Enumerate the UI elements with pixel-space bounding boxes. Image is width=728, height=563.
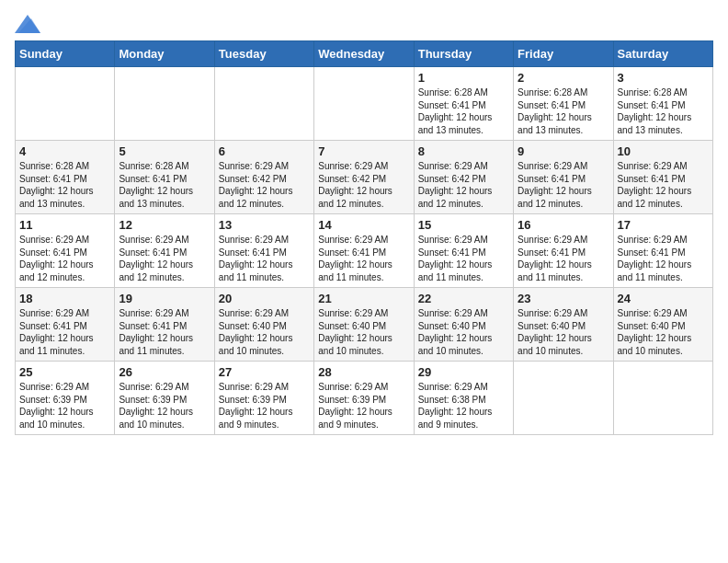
day-number: 10 bbox=[618, 144, 709, 158]
cell-content: Sunrise: 6:29 AM Sunset: 6:39 PM Dayligh… bbox=[219, 381, 310, 431]
calendar-cell: 1Sunrise: 6:28 AM Sunset: 6:41 PM Daylig… bbox=[414, 67, 513, 141]
day-number: 26 bbox=[119, 365, 210, 379]
cell-content: Sunrise: 6:29 AM Sunset: 6:41 PM Dayligh… bbox=[618, 234, 709, 283]
calendar-cell: 9Sunrise: 6:29 AM Sunset: 6:41 PM Daylig… bbox=[514, 141, 613, 214]
cell-content: Sunrise: 6:29 AM Sunset: 6:41 PM Dayligh… bbox=[119, 234, 210, 283]
cell-content: Sunrise: 6:29 AM Sunset: 6:42 PM Dayligh… bbox=[418, 160, 509, 210]
calendar-cell: 4Sunrise: 6:28 AM Sunset: 6:41 PM Daylig… bbox=[16, 141, 115, 214]
day-number: 15 bbox=[418, 218, 509, 232]
calendar-header-row: SundayMondayTuesdayWednesdayThursdayFrid… bbox=[16, 41, 713, 67]
cell-content: Sunrise: 6:29 AM Sunset: 6:39 PM Dayligh… bbox=[318, 381, 409, 431]
calendar-cell: 6Sunrise: 6:29 AM Sunset: 6:42 PM Daylig… bbox=[214, 141, 313, 214]
cell-content: Sunrise: 6:29 AM Sunset: 6:41 PM Dayligh… bbox=[119, 307, 210, 357]
day-number: 2 bbox=[518, 71, 609, 85]
calendar-cell: 15Sunrise: 6:29 AM Sunset: 6:41 PM Dayli… bbox=[414, 214, 513, 288]
day-number: 12 bbox=[119, 218, 210, 232]
calendar-cell: 28Sunrise: 6:29 AM Sunset: 6:39 PM Dayli… bbox=[314, 362, 414, 435]
calendar-table: SundayMondayTuesdayWednesdayThursdayFrid… bbox=[15, 40, 713, 435]
calendar-week-row: 11Sunrise: 6:29 AM Sunset: 6:41 PM Dayli… bbox=[16, 214, 713, 288]
calendar-cell: 11Sunrise: 6:29 AM Sunset: 6:41 PM Dayli… bbox=[16, 214, 115, 288]
day-number: 21 bbox=[318, 292, 409, 305]
day-number: 16 bbox=[518, 218, 609, 232]
calendar-cell: 29Sunrise: 6:29 AM Sunset: 6:38 PM Dayli… bbox=[414, 362, 513, 435]
calendar-cell: 22Sunrise: 6:29 AM Sunset: 6:40 PM Dayli… bbox=[414, 288, 513, 362]
calendar-cell: 8Sunrise: 6:29 AM Sunset: 6:42 PM Daylig… bbox=[414, 141, 513, 214]
day-number: 6 bbox=[219, 144, 310, 158]
cell-content: Sunrise: 6:29 AM Sunset: 6:41 PM Dayligh… bbox=[518, 160, 609, 210]
day-of-week-header: Sunday bbox=[16, 41, 115, 67]
calendar-cell: 23Sunrise: 6:29 AM Sunset: 6:40 PM Dayli… bbox=[514, 288, 613, 362]
cell-content: Sunrise: 6:29 AM Sunset: 6:42 PM Dayligh… bbox=[219, 160, 310, 210]
cell-content: Sunrise: 6:29 AM Sunset: 6:40 PM Dayligh… bbox=[318, 307, 409, 357]
cell-content: Sunrise: 6:29 AM Sunset: 6:41 PM Dayligh… bbox=[19, 307, 110, 357]
calendar-cell: 5Sunrise: 6:28 AM Sunset: 6:41 PM Daylig… bbox=[115, 141, 214, 214]
calendar-cell bbox=[214, 67, 313, 141]
calendar-cell: 14Sunrise: 6:29 AM Sunset: 6:41 PM Dayli… bbox=[314, 214, 414, 288]
calendar-cell: 19Sunrise: 6:29 AM Sunset: 6:41 PM Dayli… bbox=[115, 288, 214, 362]
day-number: 8 bbox=[418, 144, 509, 158]
cell-content: Sunrise: 6:29 AM Sunset: 6:41 PM Dayligh… bbox=[219, 234, 310, 283]
day-number: 3 bbox=[618, 71, 709, 85]
day-number: 11 bbox=[19, 218, 110, 232]
calendar-week-row: 1Sunrise: 6:28 AM Sunset: 6:41 PM Daylig… bbox=[16, 67, 713, 141]
cell-content: Sunrise: 6:29 AM Sunset: 6:39 PM Dayligh… bbox=[119, 381, 210, 431]
day-number: 14 bbox=[318, 218, 409, 232]
cell-content: Sunrise: 6:29 AM Sunset: 6:41 PM Dayligh… bbox=[418, 234, 509, 283]
calendar-cell: 17Sunrise: 6:29 AM Sunset: 6:41 PM Dayli… bbox=[613, 214, 712, 288]
cell-content: Sunrise: 6:29 AM Sunset: 6:42 PM Dayligh… bbox=[318, 160, 409, 210]
day-number: 13 bbox=[219, 218, 310, 232]
logo-icon bbox=[15, 15, 40, 33]
cell-content: Sunrise: 6:28 AM Sunset: 6:41 PM Dayligh… bbox=[418, 86, 509, 136]
calendar-cell: 16Sunrise: 6:29 AM Sunset: 6:41 PM Dayli… bbox=[514, 214, 613, 288]
calendar-cell: 13Sunrise: 6:29 AM Sunset: 6:41 PM Dayli… bbox=[214, 214, 313, 288]
calendar-cell: 3Sunrise: 6:28 AM Sunset: 6:41 PM Daylig… bbox=[613, 67, 712, 141]
page-header bbox=[15, 15, 713, 33]
calendar-cell: 21Sunrise: 6:29 AM Sunset: 6:40 PM Dayli… bbox=[314, 288, 414, 362]
day-of-week-header: Thursday bbox=[414, 41, 513, 67]
calendar-cell bbox=[314, 67, 414, 141]
calendar-cell: 12Sunrise: 6:29 AM Sunset: 6:41 PM Dayli… bbox=[115, 214, 214, 288]
calendar-cell: 18Sunrise: 6:29 AM Sunset: 6:41 PM Dayli… bbox=[16, 288, 115, 362]
day-number: 20 bbox=[219, 292, 310, 305]
calendar-cell: 2Sunrise: 6:28 AM Sunset: 6:41 PM Daylig… bbox=[514, 67, 613, 141]
cell-content: Sunrise: 6:29 AM Sunset: 6:40 PM Dayligh… bbox=[618, 307, 709, 357]
calendar-cell: 25Sunrise: 6:29 AM Sunset: 6:39 PM Dayli… bbox=[16, 362, 115, 435]
cell-content: Sunrise: 6:29 AM Sunset: 6:41 PM Dayligh… bbox=[318, 234, 409, 283]
day-number: 25 bbox=[19, 365, 110, 379]
day-number: 23 bbox=[518, 292, 609, 305]
cell-content: Sunrise: 6:28 AM Sunset: 6:41 PM Dayligh… bbox=[119, 160, 210, 210]
cell-content: Sunrise: 6:29 AM Sunset: 6:40 PM Dayligh… bbox=[219, 307, 310, 357]
calendar-cell: 7Sunrise: 6:29 AM Sunset: 6:42 PM Daylig… bbox=[314, 141, 414, 214]
logo bbox=[15, 15, 44, 33]
day-of-week-header: Monday bbox=[115, 41, 214, 67]
day-number: 18 bbox=[19, 292, 110, 305]
calendar-cell bbox=[514, 362, 613, 435]
day-number: 28 bbox=[318, 365, 409, 379]
calendar-cell bbox=[613, 362, 712, 435]
day-number: 17 bbox=[618, 218, 709, 232]
cell-content: Sunrise: 6:28 AM Sunset: 6:41 PM Dayligh… bbox=[618, 86, 709, 136]
cell-content: Sunrise: 6:28 AM Sunset: 6:41 PM Dayligh… bbox=[19, 160, 110, 210]
cell-content: Sunrise: 6:29 AM Sunset: 6:41 PM Dayligh… bbox=[518, 234, 609, 283]
day-number: 29 bbox=[418, 365, 509, 379]
day-number: 9 bbox=[518, 144, 609, 158]
calendar-cell bbox=[16, 67, 115, 141]
cell-content: Sunrise: 6:29 AM Sunset: 6:40 PM Dayligh… bbox=[518, 307, 609, 357]
day-of-week-header: Friday bbox=[514, 41, 613, 67]
calendar-cell: 26Sunrise: 6:29 AM Sunset: 6:39 PM Dayli… bbox=[115, 362, 214, 435]
cell-content: Sunrise: 6:29 AM Sunset: 6:41 PM Dayligh… bbox=[618, 160, 709, 210]
day-number: 24 bbox=[618, 292, 709, 305]
day-number: 19 bbox=[119, 292, 210, 305]
day-of-week-header: Wednesday bbox=[314, 41, 414, 67]
cell-content: Sunrise: 6:28 AM Sunset: 6:41 PM Dayligh… bbox=[518, 86, 609, 136]
cell-content: Sunrise: 6:29 AM Sunset: 6:38 PM Dayligh… bbox=[418, 381, 509, 431]
day-number: 5 bbox=[119, 144, 210, 158]
cell-content: Sunrise: 6:29 AM Sunset: 6:41 PM Dayligh… bbox=[19, 234, 110, 283]
calendar-cell: 27Sunrise: 6:29 AM Sunset: 6:39 PM Dayli… bbox=[214, 362, 313, 435]
calendar-cell: 24Sunrise: 6:29 AM Sunset: 6:40 PM Dayli… bbox=[613, 288, 712, 362]
cell-content: Sunrise: 6:29 AM Sunset: 6:39 PM Dayligh… bbox=[19, 381, 110, 431]
day-of-week-header: Saturday bbox=[613, 41, 712, 67]
day-of-week-header: Tuesday bbox=[214, 41, 313, 67]
day-number: 1 bbox=[418, 71, 509, 85]
day-number: 27 bbox=[219, 365, 310, 379]
